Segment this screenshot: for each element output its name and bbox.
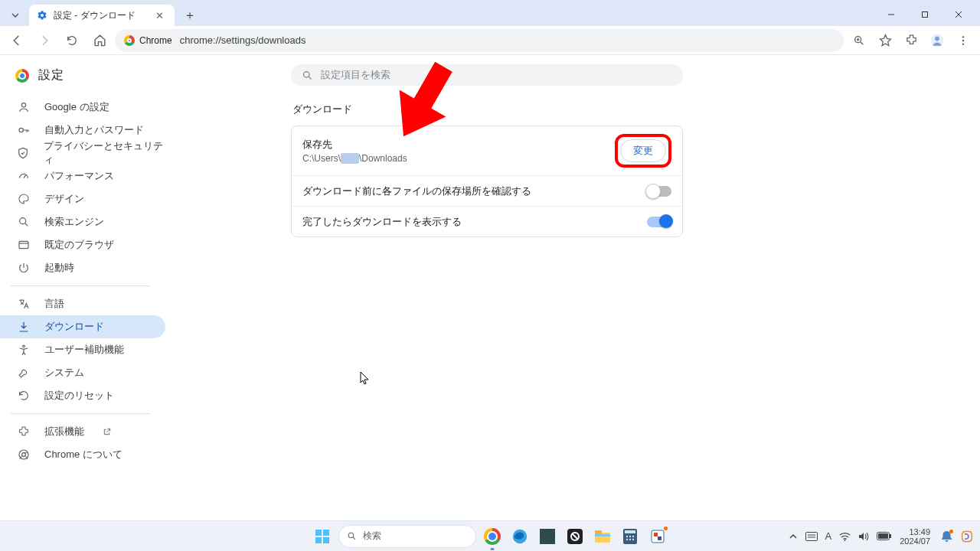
- new-tab-button[interactable]: ＋: [179, 5, 201, 26]
- sidebar-item-search-engine[interactable]: 検索エンジン: [0, 210, 165, 233]
- home-button[interactable]: [87, 28, 112, 53]
- tab-close-button[interactable]: ✕: [152, 10, 167, 21]
- download-location-row: 保存先 C:\Users\xxxx\Downloads 変更: [292, 126, 682, 175]
- taskbar-app-edge[interactable]: [508, 525, 531, 548]
- svg-rect-36: [595, 530, 602, 534]
- taskbar-clock[interactable]: 13:49 2024/07: [900, 527, 933, 546]
- download-icon: [17, 321, 31, 333]
- show-when-done-row[interactable]: 完了したらダウンロードを表示する: [292, 206, 682, 236]
- tray-keyboard-icon[interactable]: [805, 532, 818, 541]
- reload-button[interactable]: [60, 28, 84, 53]
- sidebar-item-google[interactable]: Google の設定: [0, 96, 165, 119]
- key-icon: [17, 124, 31, 136]
- sidebar-item-on-startup[interactable]: 起動時: [0, 256, 165, 279]
- tray-chevron-icon[interactable]: [789, 532, 798, 541]
- svg-point-42: [632, 535, 634, 536]
- forward-button[interactable]: [32, 28, 57, 53]
- url-text: chrome://settings/downloads: [180, 34, 306, 46]
- section-title: ダウンロード: [292, 103, 683, 116]
- tray-battery-icon[interactable]: [877, 532, 892, 540]
- sidebar-item-about-chrome[interactable]: Chrome について: [0, 443, 165, 466]
- sidebar-item-downloads[interactable]: ダウンロード: [0, 315, 165, 338]
- extensions-icon[interactable]: [899, 28, 923, 53]
- tray-notifications-icon[interactable]: [941, 530, 952, 543]
- svg-point-9: [962, 39, 964, 41]
- sidebar-divider: [11, 413, 150, 414]
- start-button[interactable]: [311, 525, 334, 548]
- svg-point-43: [626, 538, 628, 540]
- tray-copilot-icon[interactable]: [960, 530, 974, 543]
- settings-search-input[interactable]: 設定項目を検索: [291, 64, 683, 86]
- window-minimize-button[interactable]: [874, 3, 908, 26]
- sidebar-item-label: Chrome について: [44, 448, 122, 461]
- site-chip[interactable]: Chrome: [124, 35, 172, 46]
- reset-icon: [17, 390, 31, 402]
- change-location-button[interactable]: 変更: [620, 139, 666, 162]
- address-bar[interactable]: Chrome chrome://settings/downloads: [115, 29, 844, 52]
- palette-icon: [17, 193, 31, 205]
- bookmark-star-icon[interactable]: [873, 28, 897, 53]
- taskbar-app-chrome[interactable]: [481, 525, 504, 548]
- svg-point-52: [844, 540, 846, 541]
- sidebar-item-label: デザイン: [44, 192, 84, 206]
- show-when-done-toggle[interactable]: [647, 217, 671, 227]
- clock-date: 2024/07: [900, 536, 930, 546]
- svg-rect-55: [890, 534, 891, 538]
- taskbar-app-generic-1[interactable]: [536, 525, 559, 548]
- browser-tab-title: 設定 - ダウンロード: [54, 9, 136, 22]
- taskbar-search-input[interactable]: 検索: [338, 525, 476, 548]
- svg-point-44: [629, 538, 631, 540]
- window-maximize-button[interactable]: [908, 3, 942, 26]
- taskbar-app-calculator[interactable]: [619, 525, 642, 548]
- back-button[interactable]: [5, 28, 29, 53]
- taskbar-app-explorer[interactable]: [591, 525, 614, 548]
- tray-volume-icon[interactable]: [858, 532, 869, 541]
- svg-rect-49: [805, 532, 817, 540]
- svg-point-12: [19, 128, 23, 132]
- ask-before-download-toggle[interactable]: [647, 186, 671, 197]
- sidebar-item-label: パフォーマンス: [44, 169, 114, 183]
- clock-time: 13:49: [909, 527, 930, 536]
- ask-before-download-row[interactable]: ダウンロード前に各ファイルの保存場所を確認する: [292, 175, 682, 206]
- sidebar-item-label: 言語: [44, 297, 64, 311]
- browser-tab-active[interactable]: 設定 - ダウンロード ✕: [29, 5, 175, 26]
- zoom-icon[interactable]: [847, 28, 871, 53]
- wrench-icon: [17, 367, 31, 379]
- sidebar-item-privacy[interactable]: プライバシーとセキュリティ: [0, 142, 165, 165]
- downloads-card: 保存先 C:\Users\xxxx\Downloads 変更 ダウンロード前に各…: [291, 126, 683, 237]
- sidebar-item-extensions[interactable]: 拡張機能: [0, 420, 165, 443]
- svg-line-22: [309, 77, 311, 79]
- sidebar-item-system[interactable]: システム: [0, 361, 165, 384]
- tabs-dropdown-button[interactable]: [5, 5, 26, 26]
- profile-avatar-icon[interactable]: [925, 28, 949, 53]
- chrome-logo-icon: [15, 69, 29, 83]
- accessibility-icon: [17, 344, 31, 356]
- shield-icon: [17, 147, 30, 159]
- windows-taskbar: 検索 A 13:49 2024/07: [0, 520, 980, 551]
- taskbar-app-generic-3[interactable]: [646, 525, 669, 548]
- svg-point-40: [626, 535, 628, 536]
- sidebar-item-label: システム: [44, 366, 84, 380]
- kebab-menu-icon[interactable]: [951, 28, 975, 53]
- sidebar-item-default-browser[interactable]: 既定のブラウザ: [0, 233, 165, 256]
- search-icon: [302, 70, 313, 81]
- taskbar-search-placeholder: 検索: [363, 530, 381, 543]
- sidebar-item-label: Google の設定: [44, 100, 109, 114]
- window-controls: [874, 3, 975, 26]
- site-chip-label: Chrome: [139, 35, 172, 46]
- chrome-outline-icon: [17, 448, 31, 461]
- tray-ime-icon[interactable]: A: [825, 530, 832, 542]
- sidebar-item-languages[interactable]: 言語: [0, 292, 165, 315]
- sidebar-item-accessibility[interactable]: ユーザー補助機能: [0, 338, 165, 361]
- svg-rect-27: [323, 537, 329, 543]
- sidebar-item-autofill[interactable]: 自動入力とパスワード: [0, 119, 165, 142]
- sidebar-item-appearance[interactable]: デザイン: [0, 187, 165, 210]
- search-icon: [17, 216, 31, 228]
- window-close-button[interactable]: [942, 3, 975, 26]
- taskbar-app-generic-2[interactable]: [564, 525, 586, 548]
- sidebar-item-performance[interactable]: パフォーマンス: [0, 165, 165, 187]
- sidebar-item-reset[interactable]: 設定のリセット: [0, 384, 165, 407]
- svg-point-10: [962, 43, 964, 44]
- browser-window-icon: [17, 239, 31, 251]
- tray-wifi-icon[interactable]: [839, 532, 851, 541]
